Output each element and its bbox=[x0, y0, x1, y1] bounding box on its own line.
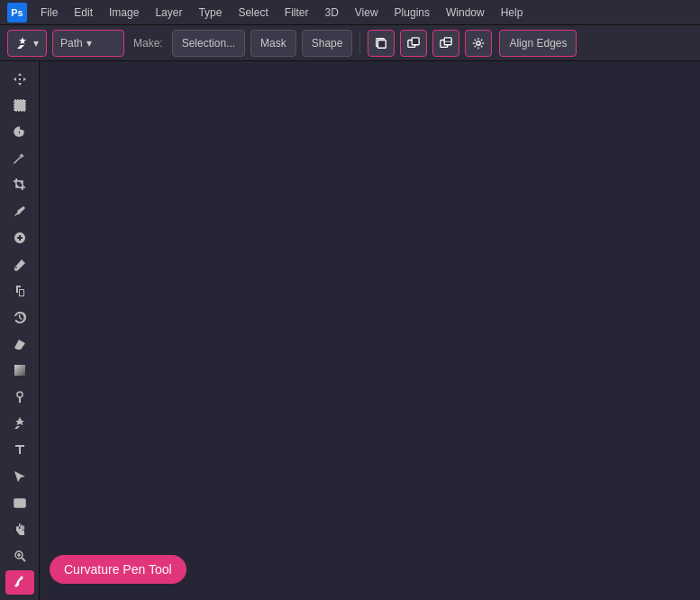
menu-filter[interactable]: Filter bbox=[278, 5, 315, 21]
menu-view[interactable]: View bbox=[349, 5, 385, 21]
lasso-icon bbox=[13, 125, 27, 140]
dodge-tool[interactable] bbox=[5, 385, 34, 409]
svg-line-14 bbox=[22, 558, 25, 561]
svg-point-10 bbox=[17, 392, 23, 397]
combine-shapes-icon bbox=[407, 37, 420, 50]
crop-tool[interactable] bbox=[5, 173, 34, 197]
svg-point-18 bbox=[14, 585, 17, 587]
eraser-tool[interactable] bbox=[5, 332, 34, 356]
gear-icon bbox=[472, 37, 485, 50]
path-dropdown[interactable]: Path ▾ bbox=[52, 30, 124, 57]
zoom-icon bbox=[13, 549, 27, 563]
gradient-icon bbox=[13, 363, 27, 377]
history-brush-icon bbox=[13, 310, 27, 324]
menu-file[interactable]: File bbox=[34, 5, 64, 21]
settings-button[interactable] bbox=[465, 30, 492, 57]
separator-1 bbox=[359, 32, 360, 54]
tool-icon-button[interactable]: ▾ bbox=[7, 30, 47, 57]
menu-layer[interactable]: Layer bbox=[149, 5, 188, 21]
svg-rect-3 bbox=[413, 37, 420, 44]
clone-stamp-tool[interactable] bbox=[5, 278, 34, 303]
lasso-tool[interactable] bbox=[5, 120, 34, 144]
pen-icon bbox=[13, 416, 27, 431]
pen-tool-icon bbox=[15, 36, 30, 50]
ps-logo: Ps bbox=[7, 3, 27, 23]
path-label: Path bbox=[60, 37, 83, 50]
new-layer-button[interactable] bbox=[368, 30, 395, 57]
curvature-pen-tool[interactable] bbox=[5, 570, 34, 595]
make-shape-button[interactable]: Shape bbox=[302, 30, 353, 57]
options-bar: ▾ Path ▾ Make: Selection... Mask Shape bbox=[0, 25, 700, 61]
menu-bar: Ps File Edit Image Layer Type Select Fil… bbox=[0, 0, 700, 25]
magic-wand-tool[interactable] bbox=[5, 146, 34, 170]
clone-stamp-icon bbox=[13, 284, 27, 298]
zoom-tool[interactable] bbox=[5, 543, 34, 568]
menu-window[interactable]: Window bbox=[440, 5, 491, 21]
svg-rect-1 bbox=[378, 40, 386, 48]
type-icon bbox=[13, 442, 27, 457]
crop-icon bbox=[13, 177, 27, 192]
healing-icon bbox=[13, 231, 27, 245]
main-area bbox=[0, 61, 700, 600]
rect-marquee-tool[interactable] bbox=[5, 93, 34, 117]
menu-plugins[interactable]: Plugins bbox=[388, 5, 436, 21]
brush-icon bbox=[13, 258, 27, 272]
make-mask-button[interactable]: Mask bbox=[250, 30, 296, 57]
menu-type[interactable]: Type bbox=[192, 5, 228, 21]
align-edges-button[interactable]: Align Edges bbox=[499, 30, 577, 57]
subtract-front-icon bbox=[440, 37, 452, 50]
dodge-icon bbox=[13, 390, 27, 405]
eyedropper-icon bbox=[13, 205, 27, 219]
history-brush-tool[interactable] bbox=[5, 305, 34, 330]
eraser-icon bbox=[13, 337, 27, 351]
shape-tool[interactable] bbox=[5, 491, 34, 515]
menu-3d[interactable]: 3D bbox=[318, 5, 344, 21]
canvas-area[interactable] bbox=[40, 61, 700, 600]
subtract-front-button[interactable] bbox=[432, 30, 459, 57]
new-layer-icon bbox=[375, 37, 387, 50]
eyedropper-tool[interactable] bbox=[5, 199, 34, 223]
brush-tool[interactable] bbox=[5, 252, 34, 277]
menu-edit[interactable]: Edit bbox=[68, 5, 99, 21]
make-label: Make: bbox=[130, 37, 167, 50]
pen-tool[interactable] bbox=[5, 411, 34, 435]
path-dropdown-arrow: ▾ bbox=[86, 37, 92, 50]
path-select-tool[interactable] bbox=[5, 464, 34, 488]
rect-select-icon bbox=[13, 98, 27, 113]
menu-image[interactable]: Image bbox=[103, 5, 145, 21]
menu-select[interactable]: Select bbox=[232, 5, 274, 21]
type-tool[interactable] bbox=[5, 438, 34, 462]
svg-rect-12 bbox=[14, 499, 25, 507]
svg-rect-8 bbox=[14, 100, 25, 111]
hand-tool[interactable] bbox=[5, 517, 34, 541]
healing-tool[interactable] bbox=[5, 225, 34, 250]
magic-wand-icon bbox=[13, 151, 27, 166]
curvature-pen-icon bbox=[13, 575, 27, 589]
hand-icon bbox=[13, 523, 27, 537]
svg-point-7 bbox=[477, 41, 480, 44]
gradient-tool[interactable] bbox=[5, 358, 34, 382]
path-select-icon bbox=[13, 469, 27, 484]
tool-dropdown-arrow: ▾ bbox=[33, 37, 39, 50]
move-tool[interactable] bbox=[5, 67, 34, 91]
shape-icon bbox=[13, 495, 27, 510]
make-selection-button[interactable]: Selection... bbox=[172, 30, 245, 57]
combine-shapes-button[interactable] bbox=[400, 30, 427, 57]
svg-point-17 bbox=[20, 577, 23, 579]
svg-rect-9 bbox=[14, 365, 25, 376]
toolbar bbox=[0, 61, 40, 600]
move-icon bbox=[13, 72, 27, 86]
menu-help[interactable]: Help bbox=[495, 5, 530, 21]
